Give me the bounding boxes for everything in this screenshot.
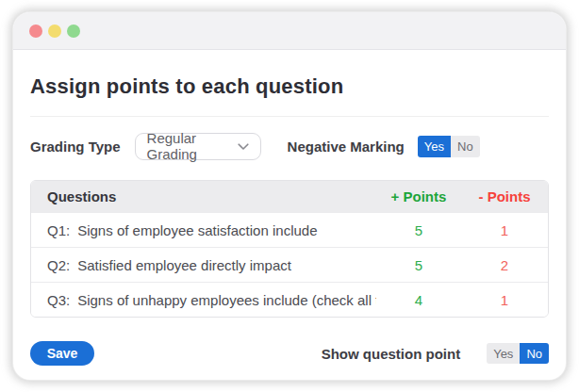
question-label: Signs of employee satisfaction include xyxy=(77,222,317,238)
question-number: Q1: xyxy=(47,222,70,238)
table-row: Q1:Signs of employee satisfaction includ… xyxy=(31,212,548,247)
question-label: Signs of unhappy employees include (chec… xyxy=(77,292,376,308)
negative-marking-label: Negative Marking xyxy=(288,139,405,155)
browser-window: Assign points to each question Grading T… xyxy=(13,12,566,380)
questions-column-header: Questions xyxy=(31,188,376,204)
question-label: Satisfied employee directly impact xyxy=(77,257,291,273)
table-row: Q2:Satisfied employee directly impact 5 … xyxy=(31,247,548,282)
plus-points-value[interactable]: 5 xyxy=(376,257,461,273)
minus-points-value[interactable]: 2 xyxy=(461,257,548,273)
show-question-point-yes-button[interactable]: Yes xyxy=(487,343,520,364)
question-number: Q2: xyxy=(47,257,70,273)
show-question-point-no-button[interactable]: No xyxy=(520,343,549,364)
close-window-icon[interactable] xyxy=(29,24,42,38)
negative-marking-yes-button[interactable]: Yes xyxy=(418,136,451,157)
title-divider xyxy=(30,116,549,117)
plus-points-value[interactable]: 4 xyxy=(376,292,461,308)
question-text: Q3:Signs of unhappy employees include (c… xyxy=(31,292,376,308)
footer-row: Save Show question point Yes No xyxy=(30,341,549,366)
question-number: Q3: xyxy=(47,292,70,308)
save-button[interactable]: Save xyxy=(30,341,94,366)
chevron-down-icon xyxy=(238,138,249,155)
show-question-point-group: Show question point Yes No xyxy=(322,343,549,364)
grading-type-label: Grading Type xyxy=(30,139,121,155)
grading-controls-row: Grading Type Regular Grading Negative Ma… xyxy=(30,132,549,160)
questions-table-header: Questions + Points - Points xyxy=(31,181,548,212)
plus-points-column-header: + Points xyxy=(376,188,461,204)
maximize-window-icon[interactable] xyxy=(67,24,80,38)
negative-marking-no-button[interactable]: No xyxy=(451,136,480,157)
minus-points-value[interactable]: 1 xyxy=(461,222,548,238)
question-text: Q2:Satisfied employee directly impact xyxy=(31,257,376,273)
show-question-point-toggle: Yes No xyxy=(487,343,549,364)
table-row: Q3:Signs of unhappy employees include (c… xyxy=(31,282,548,317)
minus-points-column-header: - Points xyxy=(461,188,548,204)
grading-type-select[interactable]: Regular Grading xyxy=(135,133,261,160)
show-question-point-label: Show question point xyxy=(322,346,460,362)
minimize-window-icon[interactable] xyxy=(48,24,61,38)
minus-points-value[interactable]: 1 xyxy=(461,292,548,308)
question-text: Q1:Signs of employee satisfaction includ… xyxy=(31,222,376,238)
negative-marking-toggle: Yes No xyxy=(418,136,480,157)
plus-points-value[interactable]: 5 xyxy=(376,222,461,238)
page-title: Assign points to each question xyxy=(30,74,549,99)
grading-type-selected-value: Regular Grading xyxy=(147,130,238,162)
questions-table: Questions + Points - Points Q1:Signs of … xyxy=(30,180,549,318)
browser-titlebar xyxy=(13,12,566,50)
